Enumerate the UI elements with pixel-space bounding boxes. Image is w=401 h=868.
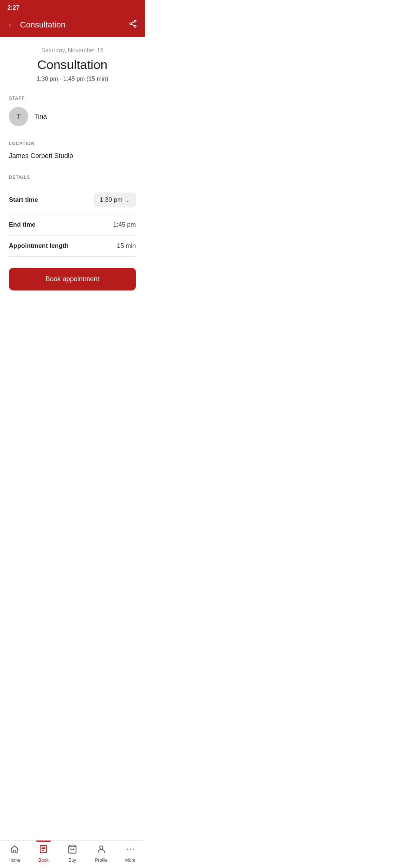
appointment-header: Saturday, November 16 Consultation 1:30 … — [0, 37, 145, 88]
appointment-length-value: 15 min — [117, 242, 136, 250]
svg-line-3 — [131, 22, 134, 23]
details-section: DETAILS Start time 1:30 pm ⌄ End time 1:… — [0, 167, 145, 260]
location-name: James Corbett Studio — [9, 152, 136, 164]
header-left: ← Consultation — [7, 20, 65, 30]
svg-point-1 — [130, 23, 132, 25]
staff-row: T Tina — [9, 107, 136, 126]
appointment-length-row: Appointment length 15 min — [9, 236, 136, 257]
status-time: 2:27 — [7, 4, 19, 11]
staff-avatar-initial: T — [16, 112, 21, 121]
book-button-container: Book appointment — [0, 260, 145, 296]
appointment-time-range: 1:30 pm - 1:45 pm (15 min) — [9, 76, 136, 82]
start-time-dropdown[interactable]: 1:30 pm ⌄ — [94, 193, 136, 207]
end-time-value: 1:45 pm — [113, 221, 136, 228]
details-section-label: DETAILS — [9, 175, 136, 180]
start-time-row: Start time 1:30 pm ⌄ — [9, 186, 136, 214]
appointment-service: Consultation — [9, 57, 136, 72]
back-button[interactable]: ← — [7, 20, 16, 30]
start-time-value: 1:30 pm — [100, 196, 123, 204]
end-time-label: End time — [9, 221, 36, 228]
header-title: Consultation — [20, 20, 65, 30]
header: ← Consultation — [0, 14, 145, 37]
start-time-label: Start time — [9, 196, 38, 204]
status-bar: 2:27 — [0, 0, 145, 14]
staff-section-label: STAFF — [9, 96, 136, 101]
main-content: Saturday, November 16 Consultation 1:30 … — [0, 37, 145, 326]
staff-section: STAFF T Tina — [0, 88, 145, 134]
book-appointment-button[interactable]: Book appointment — [9, 268, 136, 290]
end-time-row: End time 1:45 pm — [9, 214, 136, 236]
svg-point-2 — [134, 26, 136, 27]
svg-point-0 — [134, 20, 136, 22]
appointment-length-label: Appointment length — [9, 242, 69, 250]
share-button[interactable] — [128, 19, 137, 30]
staff-name: Tina — [34, 113, 47, 121]
svg-line-4 — [131, 24, 134, 26]
location-section: LOCATION James Corbett Studio — [0, 134, 145, 167]
chevron-down-icon: ⌄ — [125, 197, 130, 203]
location-section-label: LOCATION — [9, 141, 136, 146]
staff-avatar: T — [9, 107, 28, 126]
appointment-date: Saturday, November 16 — [9, 47, 136, 54]
